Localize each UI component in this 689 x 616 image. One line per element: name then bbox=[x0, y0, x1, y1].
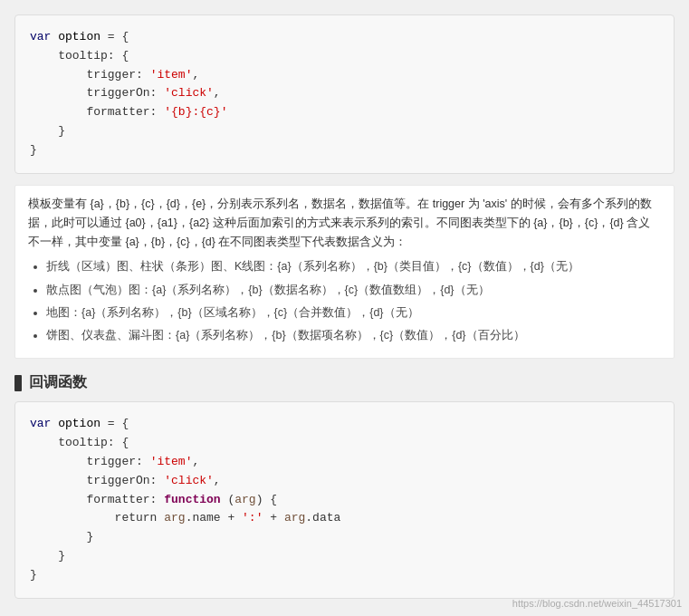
description-list-item: 散点图（气泡）图：{a}（系列名称），{b}（数据名称），{c}（数值数组），{… bbox=[46, 281, 661, 300]
description-list-item: 折线（区域）图、柱状（条形）图、K线图：{a}（系列名称），{b}（类目值），{… bbox=[46, 257, 661, 276]
code-block-2: var option = { tooltip: { trigger: 'item… bbox=[14, 401, 675, 598]
section-title-callback: 回调函数 bbox=[14, 373, 675, 392]
section-title-text: 回调函数 bbox=[29, 373, 87, 392]
description-block: 模板变量有 {a}，{b}，{c}，{d}，{e}，分别表示系列名，数据名，数据… bbox=[14, 185, 675, 360]
watermark: https://blog.csdn.net/weixin_44517301 bbox=[512, 598, 682, 609]
description-list-item: 地图：{a}（系列名称），{b}（区域名称），{c}（合并数值），{d}（无） bbox=[46, 303, 661, 322]
code-block-1: var option = { tooltip: { trigger: 'item… bbox=[14, 14, 675, 174]
description-intro: 模板变量有 {a}，{b}，{c}，{d}，{e}，分别表示系列名，数据名，数据… bbox=[28, 195, 661, 253]
description-list-item: 饼图、仪表盘、漏斗图：{a}（系列名称），{b}（数据项名称），{c}（数值），… bbox=[46, 326, 661, 345]
description-list: 折线（区域）图、柱状（条形）图、K线图：{a}（系列名称），{b}（类目值），{… bbox=[28, 257, 661, 345]
